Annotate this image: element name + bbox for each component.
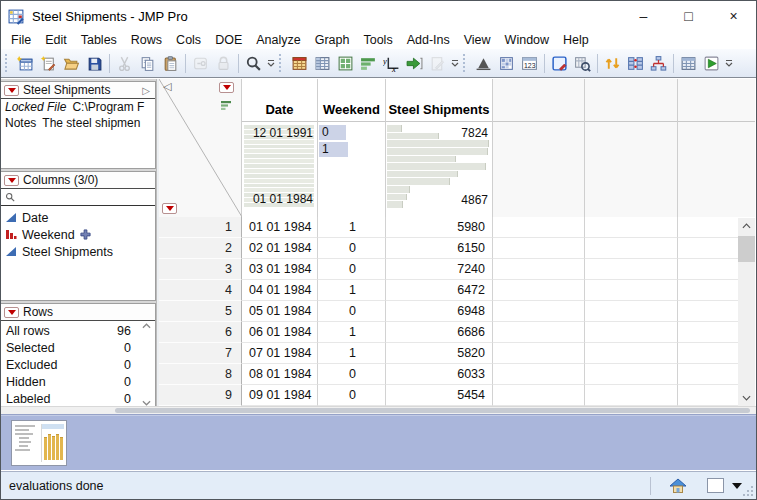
- rows-panel-scrollbar[interactable]: [140, 323, 152, 406]
- scrollbar-thumb[interactable]: [115, 408, 750, 413]
- column-item-weekend[interactable]: Weekend: [5, 226, 155, 243]
- save-icon[interactable]: [83, 52, 106, 75]
- status-checkbox[interactable]: [707, 478, 724, 493]
- menu-tools[interactable]: Tools: [356, 32, 399, 48]
- chevron-up-icon: [742, 223, 751, 229]
- tabulate-icon[interactable]: [311, 52, 334, 75]
- menu-graph[interactable]: Graph: [308, 32, 357, 48]
- table-row[interactable]: 707 01 198415820: [159, 343, 755, 364]
- summary-icon[interactable]: [677, 52, 700, 75]
- join-icon[interactable]: [624, 52, 647, 75]
- menu-cols[interactable]: Cols: [169, 32, 208, 48]
- resize-grip[interactable]: [743, 486, 754, 497]
- expand-panel-icon[interactable]: ▷: [142, 85, 150, 96]
- columns-viewer-icon[interactable]: [495, 52, 518, 75]
- red-triangle-icon[interactable]: [4, 175, 19, 186]
- open-icon[interactable]: [60, 52, 83, 75]
- formula-plus-icon: [80, 229, 91, 240]
- edit-icon[interactable]: [426, 52, 449, 75]
- menu-analyze[interactable]: Analyze: [249, 32, 307, 48]
- date-bar: [244, 184, 314, 188]
- column-header-label[interactable]: Weekend: [318, 79, 385, 122]
- table-row[interactable]: 303 01 198407240: [159, 259, 755, 280]
- vertical-scrollbar[interactable]: [738, 218, 755, 406]
- maximize-button[interactable]: □: [666, 2, 711, 31]
- distribution-icon[interactable]: [472, 52, 495, 75]
- selection-icon[interactable]: [548, 52, 571, 75]
- query-icon[interactable]: [571, 52, 594, 75]
- collapse-sidebar-icon[interactable]: ◁: [163, 80, 171, 93]
- run-script-icon[interactable]: [700, 52, 723, 75]
- table-panel: Steel Shipments ▷ Locked FileC:\Program …: [1, 81, 156, 169]
- scroll-down-button[interactable]: [738, 390, 755, 406]
- column-header-label[interactable]: Date: [242, 79, 317, 122]
- table-row[interactable]: 505 01 198406948: [159, 301, 755, 322]
- red-triangle-icon[interactable]: [4, 307, 19, 318]
- chevron-up-icon[interactable]: [142, 323, 151, 329]
- search-icon[interactable]: [242, 52, 265, 75]
- status-dropdown-caret[interactable]: [732, 483, 742, 489]
- window-title: Steel Shipments - JMP Pro: [32, 9, 621, 24]
- bar-chart-icon[interactable]: [357, 52, 380, 75]
- menu-file[interactable]: File: [4, 32, 38, 48]
- table-row[interactable]: 404 01 198416472: [159, 280, 755, 301]
- rows-red-triangle-icon[interactable]: [162, 203, 177, 214]
- date-min-label: 01 01 1984: [253, 192, 313, 206]
- toolbar-overflow-button[interactable]: [265, 52, 277, 75]
- data-table-icon[interactable]: [288, 52, 311, 75]
- scroll-up-button[interactable]: [738, 218, 755, 234]
- columns-search-input[interactable]: [1, 189, 155, 206]
- menu-tables[interactable]: Tables: [74, 32, 124, 48]
- menu-help[interactable]: Help: [556, 32, 596, 48]
- value-format-icon[interactable]: 123: [518, 52, 541, 75]
- toolbar-overflow-button[interactable]: [723, 52, 735, 75]
- toolbar-overflow-button[interactable]: [449, 52, 461, 75]
- minimize-button[interactable]: –: [621, 2, 666, 31]
- tile-windows-icon[interactable]: [334, 52, 357, 75]
- red-triangle-icon[interactable]: [4, 85, 19, 96]
- column-item-steel-shipments[interactable]: Steel Shipments: [5, 243, 155, 260]
- histogram-bar: [387, 140, 489, 147]
- table-body: 101 01 198415980 202 01 198406150 303 01…: [159, 217, 755, 406]
- column-item-date[interactable]: Date: [5, 209, 155, 226]
- table-row[interactable]: 606 01 198416686: [159, 322, 755, 343]
- menu-doe[interactable]: DOE: [208, 32, 249, 48]
- table-row[interactable]: 202 01 198406150: [159, 238, 755, 259]
- fit-y-by-x-icon[interactable]: yx: [380, 52, 403, 75]
- close-button[interactable]: ×: [711, 2, 756, 31]
- clear-row-states-icon[interactable]: [189, 52, 212, 75]
- rows-stat-excluded: Excluded0: [1, 357, 155, 374]
- lock-icon[interactable]: [212, 52, 235, 75]
- cut-icon[interactable]: [113, 52, 136, 75]
- scrollbar-thumb[interactable]: [738, 236, 755, 262]
- menu-edit[interactable]: Edit: [38, 32, 74, 48]
- paste-icon[interactable]: [159, 52, 182, 75]
- column-header-label[interactable]: Steel Shipments: [386, 79, 492, 122]
- columns-red-triangle-icon[interactable]: [219, 82, 234, 93]
- menu-window[interactable]: Window: [498, 32, 556, 48]
- menu-rows[interactable]: Rows: [124, 32, 169, 48]
- header-cell-weekend[interactable]: Weekend 01: [318, 79, 386, 217]
- home-icon[interactable]: [669, 478, 687, 494]
- copy-icon[interactable]: [136, 52, 159, 75]
- table-corner-cell: ◁: [159, 79, 242, 217]
- menu-view[interactable]: View: [457, 32, 498, 48]
- sort-icon[interactable]: [601, 52, 624, 75]
- table-row[interactable]: 101 01 198415980: [159, 217, 755, 238]
- split-icon[interactable]: [647, 52, 670, 75]
- table-header: ◁ Date 12 01 1991 01 01 1984: [159, 79, 755, 217]
- header-cell-date[interactable]: Date 12 01 1991 01 01 1984: [242, 79, 318, 217]
- new-data-table-icon[interactable]: [14, 52, 37, 75]
- report-thumbnail[interactable]: [11, 420, 67, 466]
- horizontal-scrollbar[interactable]: [1, 406, 756, 414]
- menu-addins[interactable]: Add-Ins: [400, 32, 457, 48]
- header-graph-icon[interactable]: [221, 100, 234, 111]
- table-row[interactable]: 808 01 198406033: [159, 364, 755, 385]
- assign-roles-icon[interactable]: [403, 52, 426, 75]
- table-row[interactable]: 909 01 198405454: [159, 385, 755, 406]
- header-cell-steel-shipments[interactable]: Steel Shipments 7824 4867: [386, 79, 493, 217]
- cell-weekend: 1: [318, 322, 386, 343]
- date-bar: [244, 140, 314, 144]
- new-script-icon[interactable]: [37, 52, 60, 75]
- cell-shipments: 5820: [386, 343, 493, 364]
